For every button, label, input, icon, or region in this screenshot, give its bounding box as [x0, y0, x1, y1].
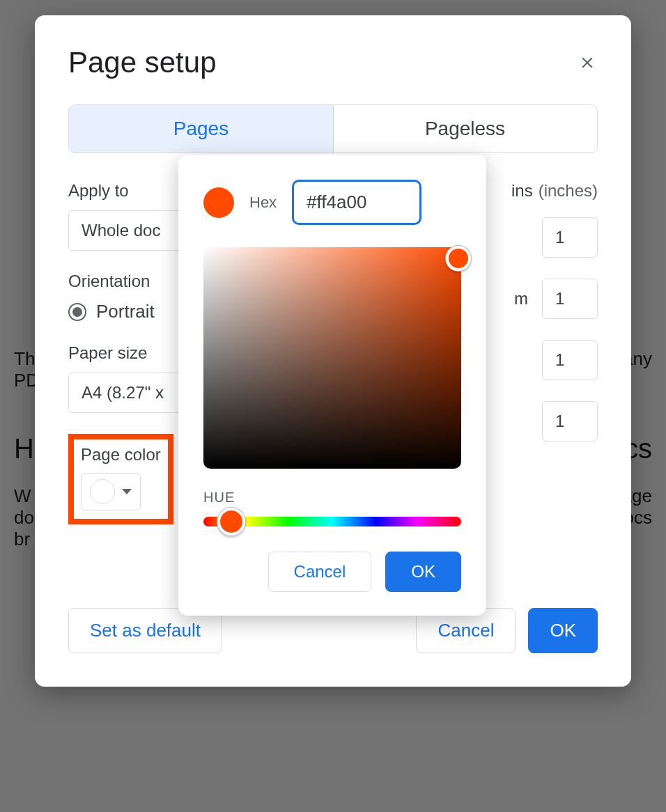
margin-bottom-label: m [514, 289, 528, 309]
page-color-label: Page color [81, 445, 161, 464]
tab-pageless[interactable]: Pageless [333, 105, 597, 153]
color-preview-swatch [203, 187, 234, 218]
sv-handle[interactable] [446, 246, 471, 271]
orientation-portrait-label: Portrait [96, 301, 155, 322]
hue-label: HUE [203, 490, 461, 506]
tab-bar: Pages Pageless [68, 104, 598, 153]
margins-label: ins [511, 181, 533, 201]
dialog-title: Page setup [68, 46, 217, 79]
margin-left-input[interactable] [542, 340, 598, 380]
tab-pages[interactable]: Pages [68, 104, 334, 153]
margins-unit: (inches) [539, 181, 598, 201]
saturation-value-area[interactable] [203, 247, 461, 469]
hex-input[interactable] [292, 180, 421, 225]
picker-cancel-button[interactable]: Cancel [268, 552, 372, 592]
page-color-button[interactable] [81, 473, 141, 510]
hue-handle[interactable] [217, 508, 245, 536]
margin-bottom-input[interactable] [542, 279, 598, 319]
page-color-swatch [90, 479, 115, 504]
ok-button[interactable]: OK [528, 608, 598, 653]
paper-size-value: A4 (8.27" x [82, 383, 164, 402]
chevron-down-icon [122, 489, 132, 494]
close-icon [578, 54, 596, 72]
page-color-highlight: Page color [68, 434, 173, 524]
color-picker-popover: Hex HUE Cancel OK [178, 155, 486, 616]
close-button[interactable] [577, 52, 598, 73]
margin-top-input[interactable] [542, 217, 598, 258]
apply-to-value: Whole doc [82, 221, 160, 240]
hue-slider[interactable] [203, 517, 461, 526]
orientation-portrait-radio[interactable] [68, 303, 86, 321]
margin-right-input[interactable] [542, 401, 598, 442]
hex-label: Hex [249, 194, 277, 212]
picker-ok-button[interactable]: OK [385, 552, 461, 592]
